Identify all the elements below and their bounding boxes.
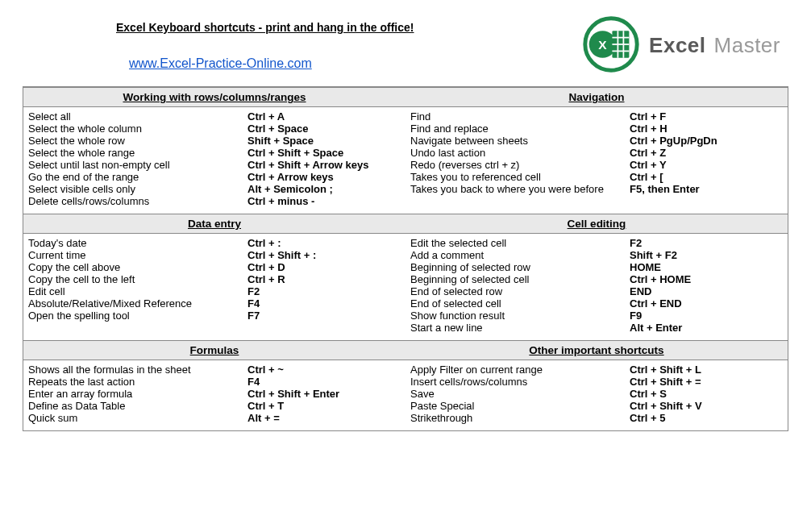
shortcut-description: Select the whole range xyxy=(28,147,243,159)
shortcut-key: F9 xyxy=(630,310,783,322)
shortcut-description: Select the whole column xyxy=(28,123,243,135)
shortcut-description: Find xyxy=(410,110,625,123)
shortcut-key: Ctrl + Space xyxy=(247,123,401,135)
shortcut-description: End of selected cell xyxy=(410,297,625,310)
shortcut-key: Ctrl + A xyxy=(247,110,401,123)
shortcut-key: Alt + = xyxy=(247,412,401,424)
website-link[interactable]: www.Excel-Practice-Online.com xyxy=(129,56,312,70)
shortcut-key: Ctrl + 5 xyxy=(630,412,783,424)
shortcut-description: Paste Special xyxy=(410,400,625,412)
shortcut-description: Shows all the formulas in the sheet xyxy=(28,364,243,376)
excel-icon: X xyxy=(583,16,639,75)
shortcut-key: Shift + Space xyxy=(247,135,401,147)
shortcut-key: F2 xyxy=(630,237,783,249)
section-header: Data entry xyxy=(23,214,406,234)
shortcut-description: Select the whole row xyxy=(28,135,243,147)
logo: X Excel Master xyxy=(583,16,788,75)
shortcut-key: Ctrl + Shift + Space xyxy=(247,147,401,159)
shortcut-description: Select until last non-empty cell xyxy=(28,159,243,171)
shortcut-key: Alt + Enter xyxy=(630,322,783,334)
shortcut-description: Copy the cell to the left xyxy=(28,273,243,285)
shortcut-key: F4 xyxy=(247,297,401,310)
shortcut-description: Save xyxy=(410,388,625,400)
shortcut-key: F5, then Enter xyxy=(630,183,783,195)
shortcut-key: Ctrl + : xyxy=(247,237,401,249)
svg-text:X: X xyxy=(598,38,607,52)
shortcut-key: Alt + Semicolon ; xyxy=(247,183,401,195)
shortcut-description: Copy the cell above xyxy=(28,261,243,273)
shortcut-description: Add a comment xyxy=(410,249,625,261)
shortcut-key: Ctrl + minus - xyxy=(247,195,401,207)
shortcut-description: Strikethrough xyxy=(410,412,625,424)
shortcut-description: Takes you back to where you were before xyxy=(410,183,625,195)
shortcut-key: F2 xyxy=(247,285,401,297)
shortcut-key: Ctrl + T xyxy=(247,400,401,412)
shortcut-description: Undo last action xyxy=(410,147,625,159)
shortcut-description: Enter an array formula xyxy=(28,388,243,400)
shortcut-key: Ctrl + Shift + L xyxy=(630,364,783,376)
shortcut-key: Ctrl + HOME xyxy=(630,273,783,285)
shortcut-description: Open the spelling tool xyxy=(28,310,243,322)
shortcut-description: Select all xyxy=(28,110,243,123)
shortcut-description: Show function result xyxy=(410,310,625,322)
shortcut-key: Ctrl + ~ xyxy=(247,364,401,376)
shortcut-description: Insert cells/rows/columns xyxy=(410,376,625,388)
shortcut-key: Ctrl + PgUp/PgDn xyxy=(630,135,783,147)
shortcut-key: Ctrl + R xyxy=(247,273,401,285)
shortcut-description: Start a new line xyxy=(410,322,625,334)
shortcut-description: Today's date xyxy=(28,237,243,249)
shortcut-key: Ctrl + H xyxy=(630,123,783,135)
page-title: Excel Keyboard shortcuts - print and han… xyxy=(116,21,583,34)
shortcut-key: Ctrl + Shift + Enter xyxy=(247,388,401,400)
shortcut-description: Absolute/Relative/Mixed Reference xyxy=(28,297,243,310)
shortcut-description: End of selected row xyxy=(410,285,625,297)
shortcut-key: F4 xyxy=(247,376,401,388)
shortcut-table: Working with rows/columns/ranges Select … xyxy=(23,86,788,431)
shortcut-key: Shift + F2 xyxy=(630,249,783,261)
shortcut-description: Apply Filter on current range xyxy=(410,364,625,376)
shortcut-description: Go the end of the range xyxy=(28,171,243,183)
brand-light: Master xyxy=(714,33,780,58)
section-header: Navigation xyxy=(406,87,788,107)
shortcut-key: END xyxy=(630,285,783,297)
shortcut-key: Ctrl + Shift + Arrow keys xyxy=(247,159,401,171)
section-header: Other important shortcuts xyxy=(406,340,788,360)
shortcut-description: Edit the selected cell xyxy=(410,237,625,249)
shortcut-description: Beginning of selected row xyxy=(410,261,625,273)
shortcut-key: Ctrl + END xyxy=(630,297,783,310)
shortcut-key: Ctrl + Shift + : xyxy=(247,249,401,261)
section-header: Formulas xyxy=(23,340,406,360)
shortcut-description: Repeats the last action xyxy=(28,376,243,388)
shortcut-description: Takes you to referenced cell xyxy=(410,171,625,183)
shortcut-key: Ctrl + S xyxy=(630,388,783,400)
shortcut-description: Find and replace xyxy=(410,123,625,135)
shortcut-key: F7 xyxy=(247,310,401,322)
shortcut-key: Ctrl + F xyxy=(630,110,783,123)
shortcut-key: Ctrl + Y xyxy=(630,159,783,171)
shortcut-key: Ctrl + Shift + = xyxy=(630,376,783,388)
section-header: Working with rows/columns/ranges xyxy=(23,87,406,107)
shortcut-description: Select visible cells only xyxy=(28,183,243,195)
shortcut-description: Delete cells/rows/columns xyxy=(28,195,243,207)
shortcut-key: Ctrl + Shift + V xyxy=(630,400,783,412)
shortcut-key: Ctrl + D xyxy=(247,261,401,273)
brand-bold: Excel xyxy=(649,33,705,58)
shortcut-key: Ctrl + Z xyxy=(630,147,783,159)
shortcut-description: Current time xyxy=(28,249,243,261)
shortcut-key: HOME xyxy=(630,261,783,273)
shortcut-description: Edit cell xyxy=(28,285,243,297)
shortcut-key: Ctrl + [ xyxy=(630,171,783,183)
shortcut-description: Redo (reverses ctrl + z) xyxy=(410,159,625,171)
shortcut-description: Define as Data Table xyxy=(28,400,243,412)
shortcut-description: Quick sum xyxy=(28,412,243,424)
section-header: Cell editing xyxy=(406,214,788,234)
shortcut-description: Beginning of selected cell xyxy=(410,273,625,285)
shortcut-key: Ctrl + Arrow keys xyxy=(247,171,401,183)
shortcut-description: Navigate between sheets xyxy=(410,135,625,147)
